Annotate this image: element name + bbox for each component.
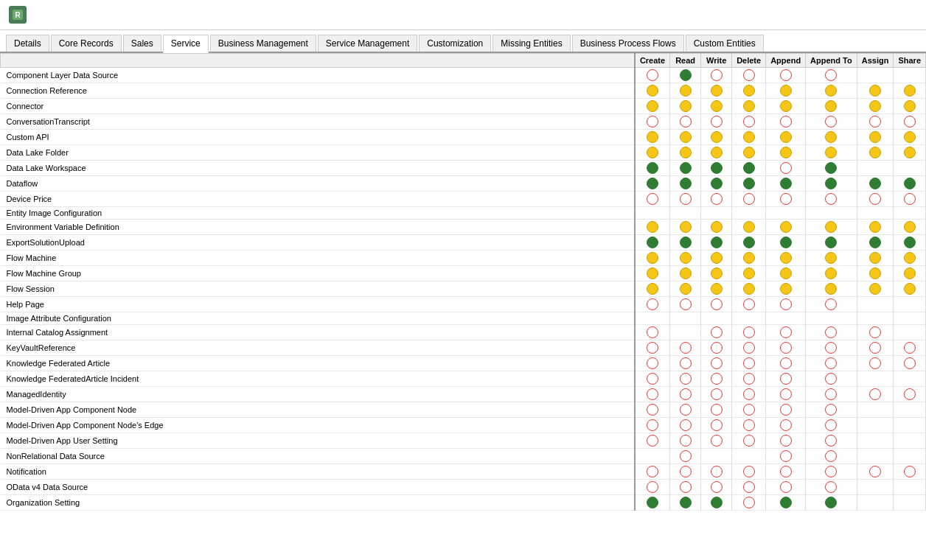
perm-cell[interactable]: [635, 161, 670, 176]
perm-cell[interactable]: [701, 220, 732, 235]
perm-cell[interactable]: [894, 340, 926, 356]
perm-cell[interactable]: [766, 207, 806, 220]
perm-cell[interactable]: [766, 281, 806, 297]
permission-dot[interactable]: [869, 388, 881, 400]
perm-cell[interactable]: [806, 266, 857, 281]
perm-cell[interactable]: [806, 356, 857, 371]
permission-dot[interactable]: [780, 404, 792, 416]
permission-dot[interactable]: [680, 69, 692, 81]
perm-cell[interactable]: [894, 495, 926, 511]
permission-dot[interactable]: [904, 267, 916, 279]
perm-cell[interactable]: [766, 114, 806, 130]
permission-dot[interactable]: [869, 147, 881, 158]
perm-cell[interactable]: [732, 114, 766, 130]
perm-cell[interactable]: [857, 433, 894, 449]
permission-dot[interactable]: [825, 178, 837, 189]
permission-dot[interactable]: [647, 252, 658, 264]
perm-cell[interactable]: [635, 99, 670, 114]
perm-cell[interactable]: [806, 281, 857, 297]
permission-dot[interactable]: [743, 419, 755, 431]
permission-dot[interactable]: [825, 481, 837, 493]
permission-dot[interactable]: [743, 85, 755, 97]
perm-cell[interactable]: [806, 387, 857, 402]
perm-cell[interactable]: [732, 402, 766, 418]
perm-cell[interactable]: [894, 220, 926, 235]
perm-cell[interactable]: [701, 99, 732, 114]
permission-dot[interactable]: [711, 162, 723, 174]
perm-cell[interactable]: [894, 449, 926, 464]
perm-cell[interactable]: [732, 418, 766, 433]
perm-cell[interactable]: [635, 207, 670, 220]
perm-cell[interactable]: [857, 325, 894, 340]
perm-cell[interactable]: [894, 418, 926, 433]
permission-dot[interactable]: [780, 100, 792, 112]
perm-cell[interactable]: [857, 161, 894, 176]
perm-cell[interactable]: [670, 371, 701, 387]
perm-cell[interactable]: [635, 251, 670, 266]
perm-cell[interactable]: [732, 387, 766, 402]
permission-dot[interactable]: [711, 298, 723, 310]
permission-dot[interactable]: [647, 388, 658, 400]
permission-dot[interactable]: [711, 221, 723, 233]
permission-dot[interactable]: [780, 435, 792, 447]
permission-dot[interactable]: [647, 178, 658, 189]
perm-cell[interactable]: [894, 145, 926, 161]
tab-custom-entities[interactable]: Custom Entities: [686, 35, 764, 52]
permission-dot[interactable]: [743, 298, 755, 310]
perm-cell[interactable]: [635, 114, 670, 130]
permission-dot[interactable]: [904, 116, 916, 127]
perm-cell[interactable]: [732, 235, 766, 251]
permission-dot[interactable]: [711, 237, 723, 248]
perm-cell[interactable]: [635, 495, 670, 511]
perm-cell[interactable]: [732, 266, 766, 281]
permission-dot[interactable]: [647, 100, 658, 112]
perm-cell[interactable]: [670, 99, 701, 114]
perm-cell[interactable]: [670, 235, 701, 251]
perm-cell[interactable]: [635, 145, 670, 161]
perm-cell[interactable]: [894, 480, 926, 495]
perm-cell[interactable]: [857, 464, 894, 480]
permission-dot[interactable]: [780, 466, 792, 477]
permission-dot[interactable]: [647, 481, 658, 493]
permission-dot[interactable]: [647, 326, 658, 338]
perm-cell[interactable]: [806, 325, 857, 340]
permission-dot[interactable]: [711, 357, 723, 369]
perm-cell[interactable]: [857, 495, 894, 511]
perm-cell[interactable]: [766, 325, 806, 340]
perm-cell[interactable]: [670, 402, 701, 418]
perm-cell[interactable]: [732, 145, 766, 161]
permission-dot[interactable]: [825, 237, 837, 248]
perm-cell[interactable]: [857, 220, 894, 235]
perm-cell[interactable]: [766, 480, 806, 495]
perm-cell[interactable]: [766, 449, 806, 464]
permission-dot[interactable]: [647, 373, 658, 385]
perm-cell[interactable]: [766, 387, 806, 402]
perm-cell[interactable]: [806, 99, 857, 114]
perm-cell[interactable]: [857, 99, 894, 114]
permission-dot[interactable]: [825, 267, 837, 279]
perm-cell[interactable]: [635, 356, 670, 371]
permission-dot[interactable]: [680, 466, 692, 477]
permission-dot[interactable]: [825, 419, 837, 431]
permission-dot[interactable]: [680, 388, 692, 400]
permission-dot[interactable]: [780, 283, 792, 295]
perm-cell[interactable]: [766, 312, 806, 325]
permission-dot[interactable]: [904, 466, 916, 477]
perm-cell[interactable]: [635, 68, 670, 83]
perm-cell[interactable]: [806, 433, 857, 449]
perm-cell[interactable]: [670, 220, 701, 235]
perm-cell[interactable]: [766, 68, 806, 83]
permission-dot[interactable]: [904, 388, 916, 400]
permission-dot[interactable]: [825, 388, 837, 400]
permission-dot[interactable]: [680, 267, 692, 279]
tab-sales[interactable]: Sales: [123, 35, 161, 52]
perm-cell[interactable]: [806, 192, 857, 207]
perm-cell[interactable]: [670, 281, 701, 297]
tab-missing-entities[interactable]: Missing Entities: [492, 35, 570, 52]
permission-dot[interactable]: [680, 298, 692, 310]
permission-dot[interactable]: [680, 373, 692, 385]
permission-dot[interactable]: [780, 147, 792, 158]
perm-cell[interactable]: [732, 281, 766, 297]
perm-cell[interactable]: [857, 340, 894, 356]
permission-dot[interactable]: [743, 267, 755, 279]
